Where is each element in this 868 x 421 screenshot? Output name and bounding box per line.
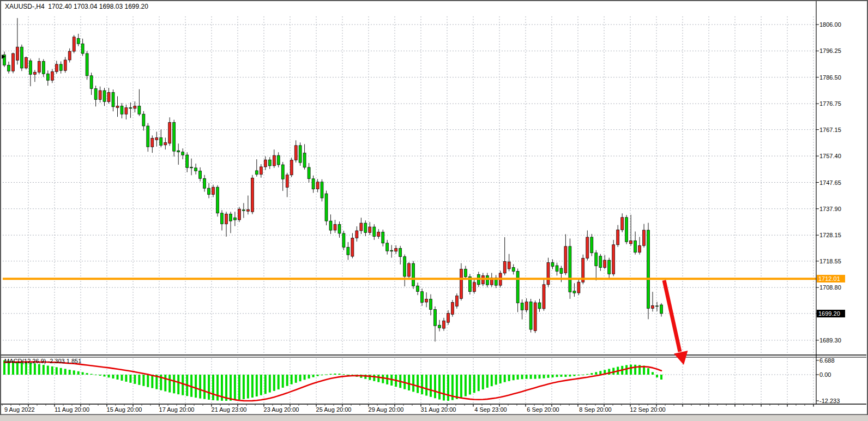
candle-body [521, 303, 523, 310]
window-bottom-strip [0, 414, 868, 421]
price-tick-label: 1786.50 [819, 74, 841, 81]
candle-body [77, 38, 80, 44]
time-tick-label: 11 Aug 20:00 [55, 406, 89, 413]
candle-body [46, 74, 49, 80]
candle-body [138, 106, 141, 114]
candles-layer[interactable] [3, 18, 663, 341]
candle-body [408, 263, 411, 276]
candle-body [12, 53, 15, 71]
candle-body [460, 269, 462, 299]
candle-body [625, 218, 628, 242]
candle-body [225, 214, 228, 224]
candle-body [338, 225, 341, 233]
candle-body [255, 171, 258, 175]
candle-body [203, 178, 206, 188]
price-tick-label: 1728.15 [819, 232, 841, 238]
candle-body [464, 269, 467, 277]
candle-body [86, 53, 88, 76]
price-tick-label: 1776.75 [819, 100, 841, 107]
candle-body [216, 187, 219, 213]
candle-body [246, 209, 249, 211]
candle-body [542, 285, 545, 309]
candle-body [417, 286, 419, 291]
time-tick-label: 8 Sep 20:00 [579, 406, 611, 413]
chart-canvas[interactable]: 1806.001796.251786.501776.751767.151757.… [0, 0, 868, 421]
candle-body [604, 260, 606, 267]
candle-body [147, 126, 149, 147]
candle-body [512, 268, 515, 272]
candle-body [94, 89, 97, 100]
candle-body [443, 321, 445, 328]
candle-body [647, 230, 650, 308]
candle-body [221, 213, 224, 224]
price-tick-label: 1689.30 [819, 337, 841, 344]
candle-body [173, 123, 176, 152]
candle-body [412, 263, 415, 286]
candle-body [351, 238, 354, 256]
hline-price-label[interactable]: 1712.01 [817, 275, 845, 282]
time-tick-label: 9 Aug 2022 [4, 406, 35, 413]
candle-body [556, 266, 558, 271]
time-tick-label: 25 Aug 20:00 [316, 406, 352, 413]
candle-body [643, 230, 646, 245]
time-tick-label: 12 Sep 20:00 [630, 406, 665, 413]
macd-signal-line[interactable] [4, 362, 661, 401]
candle-body [590, 237, 593, 253]
candle-body [260, 167, 262, 175]
candle-body [264, 160, 267, 167]
candle-body [652, 305, 654, 308]
candle-body [382, 232, 384, 243]
time-tick-label: 6 Sep 20:00 [527, 406, 559, 413]
candle-body [103, 91, 106, 101]
time-tick-label: 29 Aug 20:00 [369, 406, 404, 413]
candle-body [660, 305, 663, 314]
candle-body [68, 51, 71, 60]
price-tick-label: 1796.25 [819, 47, 841, 54]
price-tick-label: 1767.15 [819, 127, 841, 133]
candle-body [16, 47, 19, 60]
candle-body [560, 268, 563, 273]
candle-body [447, 313, 450, 322]
time-tick-label: 21 Aug 23:00 [212, 406, 247, 413]
candle-body [403, 257, 406, 276]
candle-body [355, 231, 358, 238]
candle-body [51, 71, 53, 80]
candle-body [303, 153, 306, 167]
candle-body [564, 246, 567, 273]
last-price-label: 1699.20 [817, 310, 845, 317]
candle-body [90, 76, 93, 89]
candle-body [208, 188, 210, 194]
candle-body [160, 137, 162, 145]
macd-tick-label: 0.00 [819, 371, 831, 378]
candle-body [621, 218, 624, 230]
pane-borders [1, 1, 866, 404]
candle-body [395, 248, 397, 251]
candle-body [238, 209, 240, 220]
candle-body [586, 237, 589, 258]
candle-body [38, 62, 40, 73]
candle-body [656, 306, 659, 306]
candle-body [538, 303, 541, 309]
candle-body [534, 303, 537, 331]
candle-body [277, 155, 280, 165]
candle-body [638, 245, 641, 252]
candle-body [421, 292, 424, 303]
candle-body [634, 240, 637, 252]
sell-arrow-annotation[interactable] [664, 280, 688, 365]
candle-body [334, 225, 336, 230]
candle-body [434, 309, 437, 326]
candle-body [547, 263, 550, 285]
candle-body [212, 187, 215, 194]
candle-body [386, 243, 389, 251]
candle-body [107, 93, 110, 102]
candle-body [486, 275, 489, 285]
time-tick-label: 23 Aug 20:00 [264, 406, 299, 413]
candle-body [364, 223, 367, 232]
candle-body [573, 291, 576, 293]
candle-body [599, 256, 602, 268]
time-axis[interactable]: 9 Aug 202211 Aug 20:0015 Aug 20:0017 Aug… [2, 405, 813, 413]
candle-body [299, 146, 302, 163]
candle-body [164, 142, 167, 145]
candle-body [329, 221, 332, 230]
price-tick-label: 1708.80 [819, 284, 841, 291]
